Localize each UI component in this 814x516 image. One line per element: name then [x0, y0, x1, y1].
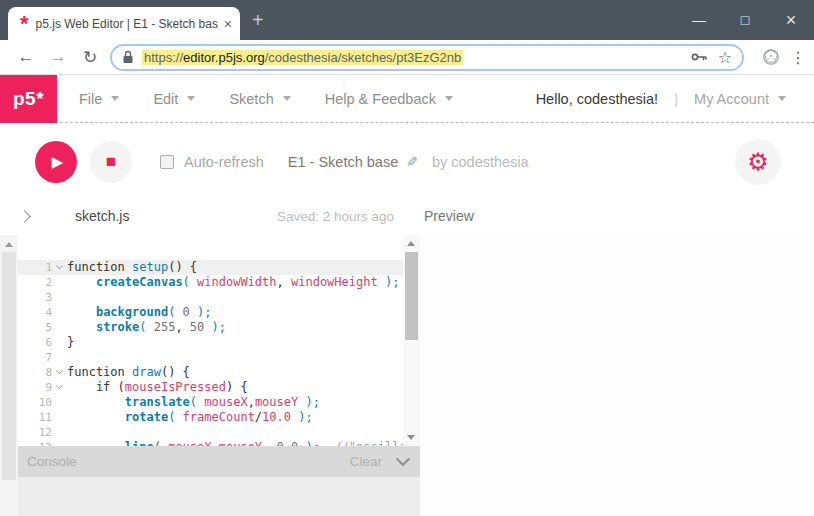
left-scroll-strip[interactable] [0, 235, 18, 516]
fold-gutter-spacer [52, 290, 67, 305]
scroll-down-icon[interactable] [407, 435, 415, 440]
stop-button[interactable]: ■ [90, 141, 132, 183]
fold-gutter-spacer [52, 350, 67, 365]
my-account-label: My Account [694, 91, 769, 107]
menu-help-feedback[interactable]: Help & Feedback [325, 91, 453, 107]
scrollbar-thumb[interactable] [405, 252, 418, 340]
code-text: translate( mouseX,mouseY ); [67, 395, 420, 410]
divider: | [674, 90, 678, 107]
p5-favicon-icon: * [20, 15, 29, 33]
code-line[interactable]: 12 [18, 425, 420, 440]
scrollbar-thumb[interactable] [2, 252, 16, 480]
editor-scrollbar[interactable] [403, 235, 420, 446]
edit-title-pencil-icon[interactable]: ✎ [406, 154, 418, 170]
extension-dice-icon[interactable] [762, 48, 780, 66]
code-line[interactable]: 8function draw() { [18, 365, 420, 380]
code-text: function setup() { [67, 260, 420, 275]
minimize-button[interactable]: — [676, 0, 722, 40]
play-button[interactable]: ▶ [35, 141, 77, 183]
code-line[interactable]: 13 line( mouseX,mouseY, 0,0 ); //"oscill… [18, 440, 420, 446]
line-number: 1 [18, 260, 52, 275]
forward-icon[interactable]: → [42, 47, 74, 67]
sketch-title: E1 - Sketch base [288, 154, 398, 170]
back-icon[interactable]: ← [10, 47, 42, 67]
reload-icon[interactable]: ↻ [74, 47, 106, 68]
fold-gutter-spacer [52, 335, 67, 350]
saved-status: Saved: 2 hours ago [277, 209, 394, 224]
sidebar-expand-chevron-icon[interactable] [18, 210, 31, 223]
fold-chevron-icon[interactable] [52, 365, 67, 380]
code-text: stroke( 255, 50 ); [67, 320, 420, 335]
fold-gutter-spacer [52, 395, 67, 410]
address-bar[interactable]: https://editor.p5js.org/codesthesia/sket… [110, 44, 744, 71]
line-number: 13 [18, 440, 52, 446]
line-number: 10 [18, 395, 52, 410]
tab-title: p5.js Web Editor | E1 - Sketch bas [36, 17, 218, 31]
code-editor[interactable]: 1function setup() {2 createCanvas( windo… [18, 235, 420, 446]
code-line[interactable]: 4 background( 0 ); [18, 305, 420, 320]
menu-file[interactable]: File [79, 91, 119, 107]
maximize-button[interactable]: □ [722, 0, 768, 40]
file-tab-sketchjs[interactable]: sketch.js [75, 208, 129, 224]
code-line[interactable]: 10 translate( mouseX,mouseY ); [18, 395, 420, 410]
auto-refresh-control: Auto-refresh [160, 154, 264, 170]
browser-titlebar: * p5.js Web Editor | E1 - Sketch bas × +… [0, 0, 814, 40]
p5-logo[interactable]: p5* [0, 75, 57, 123]
menu-edit[interactable]: Edit [153, 91, 195, 107]
menu-sketch[interactable]: Sketch [229, 91, 290, 107]
code-line[interactable]: 9 if (mouseIsPressed) { [18, 380, 420, 395]
my-account-menu[interactable]: My Account [694, 91, 786, 107]
chevron-down-icon [283, 96, 291, 101]
file-tab-bar: sketch.js Saved: 2 hours ago Preview [0, 200, 814, 235]
new-tab-button[interactable]: + [252, 10, 264, 30]
code-text [67, 350, 420, 365]
code-text: } [67, 335, 420, 350]
code-line[interactable]: 2 createCanvas( windowWidth, windowHeigh… [18, 275, 420, 290]
code-text [67, 290, 420, 305]
stop-icon: ■ [106, 153, 116, 170]
scroll-up-icon[interactable] [5, 242, 13, 247]
lock-icon [122, 50, 134, 64]
code-line[interactable]: 7 [18, 350, 420, 365]
preview-pane [420, 235, 814, 516]
tab-close-icon[interactable]: × [224, 16, 232, 32]
auto-refresh-checkbox[interactable] [160, 155, 174, 169]
settings-button[interactable]: ⚙ [735, 139, 781, 185]
url-scheme: https:// [144, 50, 183, 65]
line-number: 9 [18, 380, 52, 395]
code-text: createCanvas( windowWidth, windowHeight … [67, 275, 420, 290]
fold-gutter-spacer [52, 305, 67, 320]
fold-gutter-spacer [52, 425, 67, 440]
browser-menu-icon[interactable]: ⋮ [790, 48, 804, 67]
console-label: Console [27, 454, 350, 469]
fold-chevron-icon[interactable] [52, 260, 67, 275]
browser-tab[interactable]: * p5.js Web Editor | E1 - Sketch bas × [8, 7, 240, 40]
scroll-up-icon[interactable] [407, 241, 415, 246]
chevron-down-icon [778, 96, 786, 101]
code-text [67, 425, 420, 440]
line-number: 2 [18, 275, 52, 290]
close-button[interactable]: × [768, 0, 814, 40]
fold-chevron-icon[interactable] [52, 380, 67, 395]
code-lines: 1function setup() {2 createCanvas( windo… [18, 235, 420, 446]
sketch-control-bar: ▶ ■ Auto-refresh E1 - Sketch base ✎ by c… [0, 123, 814, 200]
console-clear-button[interactable]: Clear [350, 454, 382, 469]
code-line[interactable]: 6} [18, 335, 420, 350]
nav-right: Hello, codesthesia! | My Account [536, 90, 786, 107]
code-line[interactable]: 11 rotate( frameCount/10.0 ); [18, 410, 420, 425]
code-line[interactable]: 5 stroke( 255, 50 ); [18, 320, 420, 335]
console-collapse-chevron-icon[interactable] [396, 452, 410, 466]
menu-label: Help & Feedback [325, 91, 436, 107]
line-number: 3 [18, 290, 52, 305]
password-key-icon[interactable] [691, 51, 708, 63]
code-line[interactable]: 1function setup() { [18, 260, 420, 275]
menu-label: Sketch [229, 91, 273, 107]
url-text[interactable]: https://editor.p5js.org/codesthesia/sket… [142, 50, 681, 65]
browser-toolbar: ← → ↻ https://editor.p5js.org/codesthesi… [0, 40, 814, 75]
code-line[interactable]: 3 [18, 290, 420, 305]
bookmark-star-icon[interactable]: ☆ [718, 48, 732, 67]
line-number: 12 [18, 425, 52, 440]
editor-column: 1function setup() {2 createCanvas( windo… [18, 235, 420, 516]
code-text: background( 0 ); [67, 305, 420, 320]
console-header[interactable]: Console Clear [18, 446, 420, 477]
